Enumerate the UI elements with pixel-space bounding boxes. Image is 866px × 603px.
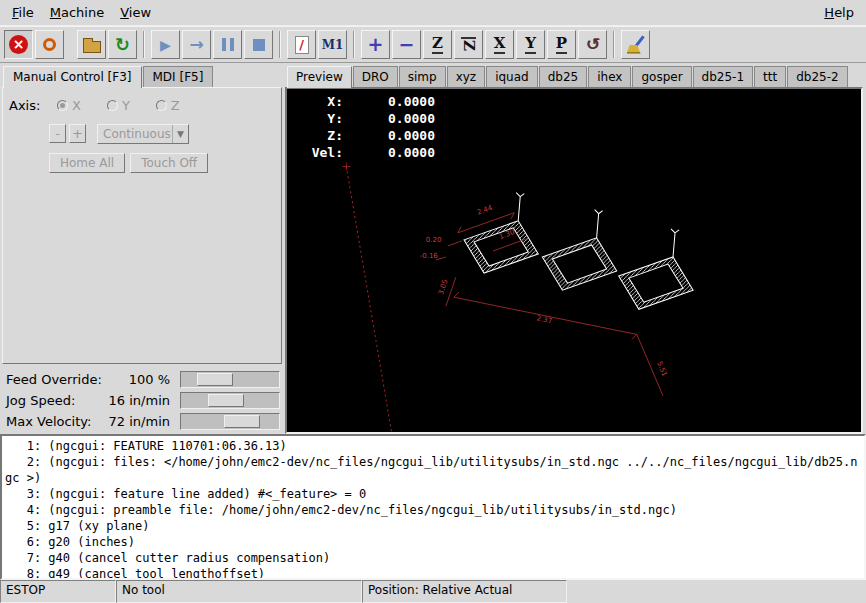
toolbar-separator bbox=[279, 31, 281, 58]
clear-plot-button[interactable] bbox=[621, 30, 650, 59]
readout-z-label: Z: bbox=[299, 128, 343, 145]
machine-power-button[interactable] bbox=[35, 30, 64, 59]
stop-button[interactable] bbox=[244, 30, 273, 59]
view-x-button[interactable]: X bbox=[485, 30, 514, 59]
tab-preview[interactable]: Preview bbox=[287, 66, 352, 88]
left-panel: Manual Control [F3] MDI [F5] Axis: X Y bbox=[0, 63, 284, 434]
estop-button[interactable]: × bbox=[4, 30, 33, 59]
readout-vel-label: Vel: bbox=[299, 145, 343, 162]
menu-machine[interactable]: Machine bbox=[42, 2, 112, 23]
entry-move-3 bbox=[671, 229, 679, 257]
dim-label: 2.37 bbox=[536, 313, 553, 325]
status-filler bbox=[567, 580, 866, 603]
override-sliders: Feed Override: 100 % Jog Speed: 16 in/mi… bbox=[2, 364, 282, 434]
step-button[interactable]: → bbox=[182, 30, 211, 59]
tab-simp[interactable]: simp bbox=[399, 66, 446, 87]
readout-vel-value: 0.0000 bbox=[343, 145, 435, 162]
block-delete-toggle[interactable]: / bbox=[287, 30, 316, 59]
readout-y-value: 0.0000 bbox=[343, 111, 435, 128]
view-perspective-button[interactable]: P bbox=[547, 30, 576, 59]
max-velocity-slider[interactable] bbox=[180, 413, 280, 430]
optional-stop-toggle[interactable]: M1 bbox=[318, 30, 347, 59]
view-y-button[interactable]: Y bbox=[516, 30, 545, 59]
dim-label: 5.51 bbox=[655, 360, 669, 378]
tab-db25-1[interactable]: db25-1 bbox=[693, 66, 753, 87]
view-y-icon: Y bbox=[525, 36, 536, 54]
view-z-button[interactable]: Z bbox=[423, 30, 452, 59]
pause-button[interactable] bbox=[213, 30, 242, 59]
jog-plus-button[interactable]: + bbox=[69, 124, 86, 143]
feed-override-label: Feed Override: bbox=[6, 372, 106, 387]
tab-gosper[interactable]: gosper bbox=[632, 66, 691, 87]
reload-button[interactable]: ↻ bbox=[108, 30, 137, 59]
axis-z-radio[interactable]: Z bbox=[156, 98, 180, 113]
menu-file[interactable]: File bbox=[4, 2, 42, 23]
radio-icon bbox=[156, 100, 167, 111]
position-readout: X: 0.0000 Y: 0.0000 Z: 0.0000 Vel: 0.000… bbox=[299, 94, 435, 162]
tab-iquad[interactable]: iquad bbox=[486, 66, 538, 87]
toolbar-separator bbox=[143, 31, 145, 58]
zoom-in-button[interactable]: + bbox=[361, 30, 390, 59]
main-area: Manual Control [F3] MDI [F5] Axis: X Y bbox=[0, 63, 866, 434]
slider-thumb[interactable] bbox=[224, 415, 260, 428]
axis-x-label: X bbox=[72, 98, 81, 113]
jog-speed-slider[interactable] bbox=[180, 392, 280, 409]
combobox-arrow-icon[interactable]: ▼ bbox=[172, 125, 188, 143]
tab-xyz[interactable]: xyz bbox=[447, 66, 486, 87]
dim-label: 3.05 bbox=[436, 278, 449, 296]
preview-canvas[interactable]: 2.44 1.30 0.20 -0.16 3.05 2.37 5.51 X: 0… bbox=[285, 87, 863, 434]
toolpath-pocket-3 bbox=[619, 257, 693, 309]
entry-move-1 bbox=[516, 193, 524, 221]
home-all-button[interactable]: Home All bbox=[49, 153, 125, 173]
toolbar-separator bbox=[353, 31, 355, 58]
machine-limits-line bbox=[346, 166, 391, 432]
rotate-view-icon: ↺ bbox=[585, 36, 599, 53]
feed-override-value: 100 % bbox=[106, 372, 170, 387]
estop-icon: × bbox=[9, 35, 28, 54]
feed-override-slider[interactable] bbox=[180, 371, 280, 388]
gcode-listing-panel[interactable]: 1: (ngcgui: FEATURE 110701:06.36.13) 2: … bbox=[0, 434, 866, 580]
view-z-rotated-button[interactable]: Z bbox=[454, 30, 483, 59]
axis-x-radio[interactable]: X bbox=[57, 98, 81, 113]
run-button[interactable]: ▶ bbox=[151, 30, 180, 59]
tab-db25-2[interactable]: db25-2 bbox=[787, 66, 847, 87]
toolbar: × ↻ ▶ → / M1 + − Z Z X Y bbox=[0, 26, 866, 63]
menu-view[interactable]: View bbox=[112, 2, 159, 23]
step-icon: → bbox=[189, 36, 203, 53]
tab-manual-control[interactable]: Manual Control [F3] bbox=[3, 66, 142, 88]
power-icon bbox=[43, 38, 56, 51]
jog-mode-combobox[interactable]: Continuous ▼ bbox=[97, 124, 189, 144]
open-file-button[interactable] bbox=[77, 30, 106, 59]
zoom-out-button[interactable]: − bbox=[392, 30, 421, 59]
readout-z-value: 0.0000 bbox=[343, 128, 435, 145]
view-perspective-icon: P bbox=[556, 36, 567, 54]
preview-panel: PreviewDROsimpxyziquaddb25ihexgosperdb25… bbox=[284, 63, 866, 434]
toolpath-pocket-2 bbox=[542, 238, 616, 290]
jog-speed-row: Jog Speed: 16 in/min bbox=[6, 390, 280, 411]
statusbar: ESTOP No tool Position: Relative Actual bbox=[0, 580, 866, 603]
tab-dro[interactable]: DRO bbox=[353, 66, 398, 87]
slider-thumb[interactable] bbox=[208, 394, 244, 407]
tab-ttt[interactable]: ttt bbox=[754, 66, 786, 87]
axis-y-radio[interactable]: Y bbox=[107, 98, 130, 113]
origin-marker bbox=[342, 162, 350, 170]
jog-minus-button[interactable]: - bbox=[49, 124, 66, 143]
tab-db25[interactable]: db25 bbox=[539, 66, 588, 87]
radio-icon bbox=[57, 100, 68, 111]
zoom-out-icon: − bbox=[399, 35, 415, 54]
readout-x-row: X: 0.0000 bbox=[299, 94, 435, 111]
left-tab-bar: Manual Control [F3] MDI [F5] bbox=[2, 63, 282, 87]
tab-mdi[interactable]: MDI [F5] bbox=[143, 66, 214, 87]
menu-help[interactable]: Help bbox=[816, 2, 862, 23]
run-icon: ▶ bbox=[160, 38, 171, 52]
dim-label: -0.16 bbox=[420, 251, 439, 260]
home-row: Home All Touch Off bbox=[49, 153, 275, 173]
tab-ihex[interactable]: ihex bbox=[588, 66, 631, 87]
gcode-text[interactable]: 1: (ngcgui: FEATURE 110701:06.36.13) 2: … bbox=[2, 436, 864, 580]
slider-thumb[interactable] bbox=[197, 373, 233, 386]
block-delete-icon: / bbox=[295, 36, 309, 54]
touch-off-button[interactable]: Touch Off bbox=[130, 153, 208, 173]
rotate-view-button[interactable]: ↺ bbox=[578, 30, 607, 59]
axis-radio-group: X Y Z bbox=[57, 98, 180, 113]
reload-icon: ↻ bbox=[115, 36, 130, 54]
